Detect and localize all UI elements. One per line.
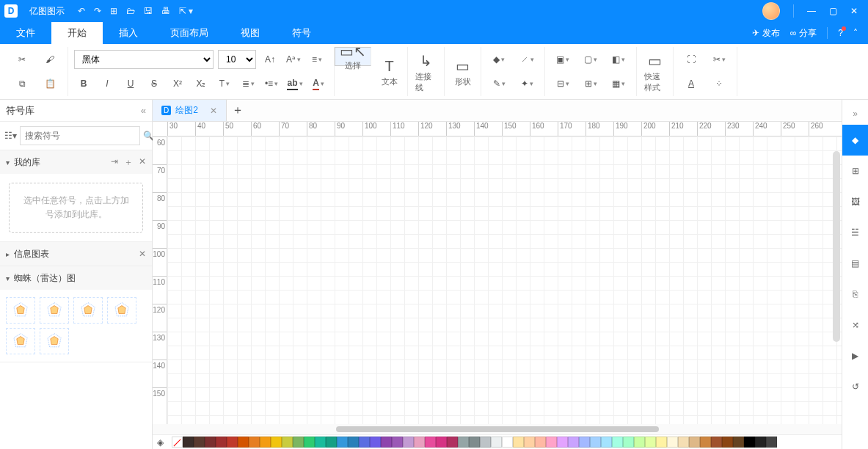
color-swatch[interactable] — [535, 437, 546, 448]
superscript-button[interactable]: X² — [168, 74, 187, 93]
copy-button[interactable]: ⧉ — [10, 73, 34, 95]
line-spacing-button[interactable]: ≣ — [238, 74, 258, 93]
color-swatch[interactable] — [656, 437, 667, 448]
text-color2-button[interactable]: A — [679, 73, 703, 95]
flip-button[interactable]: ◧ — [607, 48, 630, 70]
color-swatch[interactable] — [612, 437, 623, 448]
present-panel-button[interactable]: ▶ — [842, 340, 869, 371]
radar-shape[interactable] — [6, 297, 35, 324]
color-swatch[interactable] — [766, 437, 777, 448]
redo-icon[interactable]: ↷ — [94, 6, 101, 16]
color-swatch[interactable] — [326, 437, 337, 448]
color-swatch[interactable] — [634, 437, 645, 448]
maximize-button[interactable]: ▢ — [829, 6, 837, 16]
section-radar[interactable]: ▾蜘蛛（雷达）图 — [0, 266, 152, 290]
print-icon[interactable]: 🖶 — [161, 6, 170, 16]
menu-insert[interactable]: 插入 — [103, 22, 154, 44]
color-swatch[interactable] — [601, 437, 612, 448]
color-swatch[interactable] — [392, 437, 403, 448]
bullet-button[interactable]: •≡ — [262, 74, 281, 93]
menu-layout[interactable]: 页面布局 — [154, 22, 225, 44]
cut-button[interactable]: ✂ — [10, 48, 34, 70]
color-swatch[interactable] — [590, 437, 601, 448]
document-tab[interactable]: D 绘图2 ✕ — [153, 100, 227, 121]
color-swatch[interactable] — [425, 437, 436, 448]
radar-shape[interactable] — [73, 297, 103, 324]
minimize-button[interactable]: — — [807, 6, 816, 16]
help-button[interactable]: ? — [838, 28, 843, 38]
close-lib-icon[interactable]: ✕ — [139, 156, 146, 169]
font-size-select[interactable]: 10 — [218, 50, 256, 69]
new-icon[interactable]: ⊞ — [110, 6, 117, 16]
select-tool[interactable]: ▭↖选择 — [335, 47, 371, 66]
close-section-icon[interactable]: ✕ — [139, 249, 146, 259]
history-panel-button[interactable]: ↺ — [842, 371, 869, 402]
color-swatch[interactable] — [293, 437, 304, 448]
color-swatch[interactable] — [337, 437, 348, 448]
color-swatch[interactable] — [414, 437, 425, 448]
font-color-button[interactable]: A — [309, 74, 328, 93]
color-swatch[interactable] — [524, 437, 535, 448]
font-family-select[interactable]: 黑体 — [74, 50, 214, 69]
grow-font-button[interactable]: A↑ — [260, 50, 280, 69]
radar-shape[interactable] — [6, 328, 35, 354]
color-swatch[interactable] — [370, 437, 381, 448]
color-swatch[interactable] — [678, 437, 689, 448]
collapse-ribbon-button[interactable]: ˄ — [853, 28, 858, 38]
paragraph-align-button[interactable]: ≡ — [307, 50, 327, 69]
grid-panel-button[interactable]: ⊞ — [842, 156, 869, 186]
publish-button[interactable]: ✈ 发布 — [752, 27, 780, 40]
color-swatch[interactable] — [579, 437, 590, 448]
format-painter-button[interactable]: 🖌 — [38, 48, 62, 70]
color-swatch[interactable] — [205, 437, 216, 448]
drawing-canvas[interactable] — [167, 136, 842, 424]
style-panel-button[interactable]: ◆ — [842, 125, 869, 156]
save-icon[interactable]: 🖫 — [144, 6, 153, 16]
library-icon[interactable]: ☷▾ — [4, 131, 17, 141]
distribute-button[interactable]: ⊞ — [579, 73, 602, 95]
color-swatch[interactable] — [304, 437, 315, 448]
highlight-button[interactable]: ab — [285, 74, 304, 93]
page-panel-button[interactable]: ▤ — [842, 248, 869, 279]
color-swatch[interactable] — [491, 437, 502, 448]
color-swatch[interactable] — [403, 437, 414, 448]
attach-panel-button[interactable]: ⎘ — [842, 279, 869, 310]
text-tool[interactable]: T文本 — [371, 47, 408, 96]
color-swatch[interactable] — [348, 437, 359, 448]
close-button[interactable]: ✕ — [850, 6, 858, 16]
effects-button[interactable]: ✦ — [515, 73, 539, 95]
fill-button[interactable]: ◆ — [487, 48, 511, 70]
vertical-scrollbar[interactable] — [833, 151, 840, 342]
color-swatch[interactable] — [271, 437, 282, 448]
color-swatch[interactable] — [623, 437, 634, 448]
share-button[interactable]: ∞ 分享 — [790, 27, 817, 40]
color-swatch[interactable] — [568, 437, 579, 448]
open-icon[interactable]: 🗁 — [126, 6, 135, 16]
bold-button[interactable]: B — [74, 74, 93, 93]
quick-style-button[interactable]: ▭快速样式 — [637, 47, 674, 96]
color-swatch[interactable] — [458, 437, 469, 448]
color-swatch[interactable] — [436, 437, 447, 448]
menu-file[interactable]: 文件 — [0, 22, 51, 44]
rightbar-collapse-button[interactable]: » — [842, 103, 869, 125]
sidebar-collapse-button[interactable]: « — [141, 105, 146, 116]
group-button[interactable]: ▦ — [607, 73, 630, 95]
color-swatch[interactable] — [744, 437, 755, 448]
color-swatch[interactable] — [381, 437, 392, 448]
color-swatch[interactable] — [359, 437, 370, 448]
layers-panel-button[interactable]: ☱ — [842, 217, 869, 248]
color-swatch[interactable] — [755, 437, 766, 448]
section-info[interactable]: ▸信息图表 ✕ — [0, 242, 152, 266]
pen-button[interactable]: ✎ — [487, 73, 511, 95]
paste-button[interactable]: 📋 — [38, 73, 62, 95]
send-back-button[interactable]: ▢ — [579, 48, 602, 70]
color-swatch[interactable] — [183, 437, 194, 448]
add-lib-icon[interactable]: ＋ — [124, 156, 133, 169]
eyedropper-icon[interactable]: ◈ — [157, 437, 172, 448]
color-swatch[interactable] — [480, 437, 491, 448]
close-tab-icon[interactable]: ✕ — [210, 106, 217, 116]
color-swatch[interactable] — [447, 437, 458, 448]
image-panel-button[interactable]: 🖼 — [842, 186, 869, 217]
menu-home[interactable]: 开始 — [51, 22, 103, 44]
crop-button[interactable]: ✂ — [707, 48, 731, 70]
